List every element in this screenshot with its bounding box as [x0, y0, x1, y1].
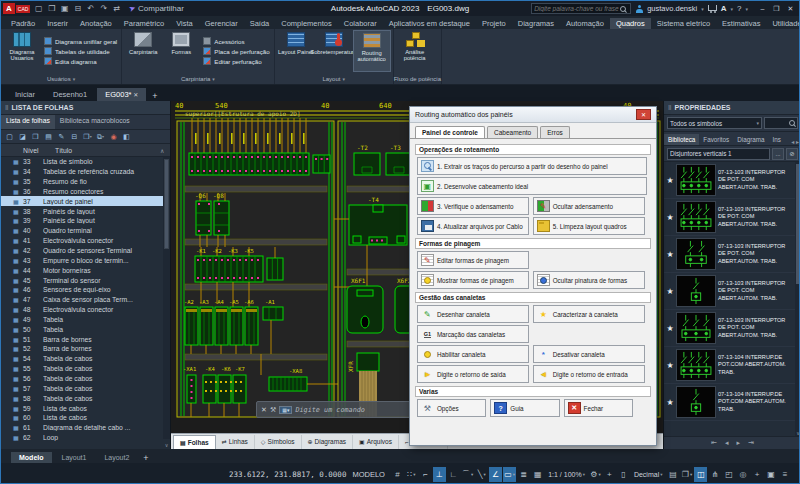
dialog-close-button[interactable]: ✕: [636, 109, 651, 120]
dialog-button[interactable]: Digite o retorno de saída: [417, 365, 529, 383]
dialog-tab[interactable]: Painel de controle: [415, 126, 485, 138]
qat-icon[interactable]: ↷: [98, 4, 109, 13]
user-dropdown-icon[interactable]: ▾: [701, 6, 704, 12]
pager-button[interactable]: ◂: [725, 439, 729, 447]
help-search-box[interactable]: [531, 3, 631, 14]
dialog-title-bar[interactable]: Routing automático dos painéis ✕: [410, 107, 656, 123]
autocad-logo-icon[interactable]: A CAD: [3, 3, 30, 14]
new-layout-button[interactable]: +: [139, 453, 152, 463]
symbol-item[interactable]: 07-13-103 INTERRUPTOR DE POT. COM ABERT.…: [664, 162, 800, 199]
scroll-down-icon[interactable]: ∨: [795, 430, 800, 436]
ribbon-tab[interactable]: Paramétrico: [118, 18, 170, 29]
properties-header[interactable]: ‖ PROPRIEDADES: [664, 101, 800, 115]
sheet-row[interactable]: 33 Lista de símbolo: [1, 157, 170, 167]
ribbon-group-label[interactable]: Layout▾: [275, 73, 393, 84]
status-icon[interactable]: ∷: [405, 467, 418, 482]
sheet-row[interactable]: 36 Resumo conectores: [1, 187, 170, 197]
units-button[interactable]: Decimal▾: [634, 471, 663, 478]
sheet-row[interactable]: 50 Tabela: [1, 324, 170, 334]
autodesk-menu[interactable]: A: [721, 4, 727, 13]
ribbon-big-button[interactable]: Layout Painel: [277, 30, 315, 72]
canvas-tab[interactable]: Linhas: [216, 435, 255, 449]
status-icon[interactable]: #: [391, 467, 404, 482]
sheet-row[interactable]: 46 Sensores de equi-eixo: [1, 285, 170, 295]
dialog-button[interactable]: Fechar: [564, 399, 634, 417]
tab-scroll-icons[interactable]: ◂ ▸: [791, 138, 800, 145]
sheet-toolbar-icon[interactable]: ▤: [43, 131, 54, 142]
column-titulo[interactable]: Título: [55, 147, 160, 154]
status-icon[interactable]: ▤: [666, 467, 679, 482]
qat-icon[interactable]: ⊟: [72, 4, 83, 13]
panel-grip-icon[interactable]: ‖: [5, 104, 8, 111]
status-icon[interactable]: ≡: [778, 467, 791, 482]
properties-tab[interactable]: Favoritos: [699, 134, 733, 145]
dialog-button[interactable]: Marcação das canaletas: [417, 325, 529, 343]
qat-icon[interactable]: ▣: [59, 4, 70, 13]
ribbon-small-button[interactable]: Acessórios: [203, 37, 269, 45]
favorite-star-icon[interactable]: [664, 250, 676, 259]
ribbon-big-button[interactable]: Formas: [162, 30, 200, 72]
pager-button[interactable]: ▸: [737, 439, 741, 447]
sheet-row[interactable]: 44 Motor borneiras: [1, 265, 170, 275]
status-icon[interactable]: ⚙: [589, 467, 602, 482]
ribbon-small-button[interactable]: Placa de perfuração: [203, 47, 269, 55]
sheet-row[interactable]: 61 Diagrama de detalhe cabo ...: [1, 423, 170, 433]
ribbon-tab[interactable]: Aplicativos em destaque: [383, 18, 476, 29]
sheet-row[interactable]: 57 Tabela de cabos: [1, 383, 170, 393]
search-icon[interactable]: [620, 6, 626, 12]
sheet-row[interactable]: 62 Loop: [1, 433, 170, 443]
dialog-button[interactable]: Guia: [490, 399, 560, 417]
dialog-button[interactable]: 3. Verifique o adensamento: [417, 197, 529, 215]
ribbon-big-button[interactable]: Routing automático: [353, 30, 391, 72]
sheet-row[interactable]: 37 Layout de painel: [1, 196, 170, 206]
sheet-row[interactable]: 40 Quadro terminal: [1, 226, 170, 236]
favorite-star-icon[interactable]: [664, 398, 676, 407]
sheet-row[interactable]: 51 Barra de bornes: [1, 334, 170, 344]
status-icon[interactable]: ▯: [617, 467, 630, 482]
sheet-toolbar-icon[interactable]: ❐: [82, 131, 93, 142]
scrollbar-thumb[interactable]: [164, 159, 169, 249]
favorite-star-icon[interactable]: [664, 213, 676, 222]
ribbon-tab[interactable]: Padrão: [5, 18, 41, 29]
ribbon-tab[interactable]: Diagramas: [512, 18, 560, 29]
sheet-row[interactable]: 34 Tabelas de referência cruzada: [1, 167, 170, 177]
sheet-row[interactable]: 48 Electroválvula conector: [1, 305, 170, 315]
user-name[interactable]: gustavo.denski: [647, 4, 697, 13]
scrollbar-thumb[interactable]: [796, 164, 800, 284]
canvas-tab[interactable]: Diagramas: [302, 435, 353, 449]
document-tab[interactable]: Iniciar: [7, 88, 43, 101]
canvas-tab[interactable]: Arquivos: [353, 435, 399, 449]
status-icon[interactable]: ▣: [764, 467, 777, 482]
symbol-item[interactable]: 07-13-103 INTERRUPTOR DE POT. COM ABERT.…: [664, 273, 800, 310]
sheet-row[interactable]: 42 Quadro de sensores Terminal: [1, 246, 170, 256]
sheet-row[interactable]: 49 Tabela: [1, 315, 170, 325]
browse-button[interactable]: ...: [772, 148, 784, 160]
command-input[interactable]: Digite um comando: [295, 406, 365, 414]
status-icon[interactable]: ∠: [489, 467, 502, 482]
ribbon-group-label[interactable]: Carpintaria▾: [122, 73, 273, 84]
dialog-button[interactable]: 5. Limpeza layout quadros: [533, 217, 645, 235]
sheet-row[interactable]: 39 Painéis de layout: [1, 216, 170, 226]
canvas-tab[interactable]: Símbolos: [255, 435, 302, 449]
dialog-button[interactable]: Opções: [417, 399, 487, 417]
status-icon[interactable]: ◰: [722, 467, 735, 482]
dialog-button[interactable]: Ocultar pinatura de formas: [533, 271, 645, 289]
favorite-star-icon[interactable]: [664, 176, 676, 185]
sheet-panel-header[interactable]: ‖ LISTA DE FOLHAS: [1, 101, 170, 115]
ribbon-tab[interactable]: Anotação: [74, 18, 118, 29]
sheet-toolbar-icon[interactable]: ⊟: [69, 131, 80, 142]
close-command-icon[interactable]: ✕: [261, 406, 267, 414]
ribbon-tab[interactable]: Saída: [244, 18, 276, 29]
dialog-button[interactable]: Ocultar adensamento: [533, 197, 645, 215]
favorite-star-icon[interactable]: [664, 287, 676, 296]
symbol-item[interactable]: 07-13-103 INTERRUPTOR DE POT. COM ABERT.…: [664, 236, 800, 273]
dialog-button[interactable]: 1. Extrair os traços do percurso a parti…: [417, 157, 647, 175]
sheet-scrollbar[interactable]: ∨: [163, 157, 170, 439]
favorite-star-icon[interactable]: [664, 324, 676, 333]
clear-button[interactable]: ⊘: [786, 148, 798, 160]
sheet-toolbar-icon[interactable]: ◪: [17, 131, 28, 142]
ribbon-small-button[interactable]: Edita diagrama: [44, 57, 117, 65]
sheet-row[interactable]: 58 Tabela de cabos: [1, 393, 170, 403]
sheet-row[interactable]: 54 Tabela de cabos: [1, 354, 170, 364]
status-icon[interactable]: ∟: [447, 467, 460, 482]
